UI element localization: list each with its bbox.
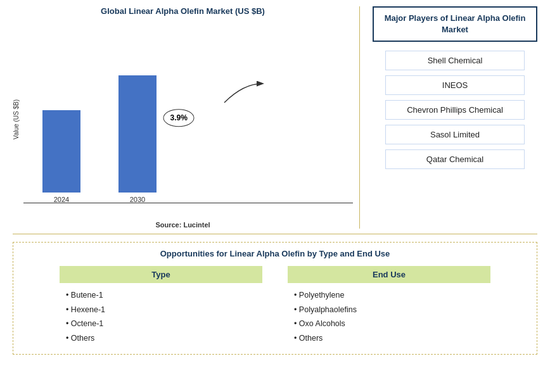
cagr-arrow <box>221 80 265 106</box>
chart-title: Global Linear Alpha Olefin Market (US $B… <box>101 6 265 16</box>
player-item-shell: Shell Chemical <box>385 51 525 70</box>
type-items: Butene-1 Hexene-1 Octene-1 Others <box>60 288 262 345</box>
chart-section: Global Linear Alpha Olefin Market (US $B… <box>13 6 360 229</box>
enduse-header: End Use <box>288 266 490 283</box>
bars-container: 2024 3.9% <box>23 21 353 218</box>
enduse-item-others: Others <box>294 331 490 346</box>
opportunities-grid: Type Butene-1 Hexene-1 Octene-1 Others E… <box>26 266 524 345</box>
main-container: Global Linear Alpha Olefin Market (US $B… <box>0 0 550 392</box>
y-axis-label: Value (US $B) <box>13 99 20 139</box>
enduse-column: End Use Polyethylene Polyalphaolefins Ox… <box>288 266 490 345</box>
type-item-hexene: Hexene-1 <box>66 303 262 317</box>
player-item-qatar: Qatar Chemical <box>385 149 525 169</box>
bar-2030 <box>118 75 157 193</box>
type-item-octene: Octene-1 <box>66 317 262 331</box>
type-column: Type Butene-1 Hexene-1 Octene-1 Others <box>60 266 262 345</box>
source-text: Source: Lucintel <box>155 221 210 229</box>
enduse-item-polyethylene: Polyethylene <box>294 288 490 303</box>
type-item-butene: Butene-1 <box>66 288 262 303</box>
x-axis-line <box>23 203 353 203</box>
enduse-item-polyalphaolefins: Polyalphaolefins <box>294 303 490 317</box>
players-title: Major Players of Linear Alpha Olefin Mar… <box>373 6 537 42</box>
player-item-chevron: Chevron Phillips Chemical <box>385 100 525 120</box>
bar-2024 <box>42 110 80 193</box>
players-section: Major Players of Linear Alpha Olefin Mar… <box>360 6 537 229</box>
type-header: Type <box>60 266 262 283</box>
chart-area: Value (US $B) 2024 3.9% <box>13 21 353 218</box>
chart-inner: 2024 3.9% <box>23 21 353 218</box>
top-section: Global Linear Alpha Olefin Market (US $B… <box>13 6 537 234</box>
cagr-bubble: 3.9% <box>163 109 195 127</box>
opportunities-title: Opportunities for Linear Alpha Olefin by… <box>26 249 524 258</box>
player-item-sasol: Sasol Limited <box>385 125 525 144</box>
bar-group-2030: 2030 <box>118 75 157 203</box>
enduse-items: Polyethylene Polyalphaolefins Oxo Alcoho… <box>288 288 490 345</box>
enduse-item-oxo: Oxo Alcohols <box>294 317 490 331</box>
type-item-others: Others <box>66 331 262 346</box>
bar-group-2024: 2024 <box>42 110 80 203</box>
player-item-ineos: INEOS <box>385 75 525 95</box>
bottom-section: Opportunities for Linear Alpha Olefin by… <box>13 242 537 355</box>
